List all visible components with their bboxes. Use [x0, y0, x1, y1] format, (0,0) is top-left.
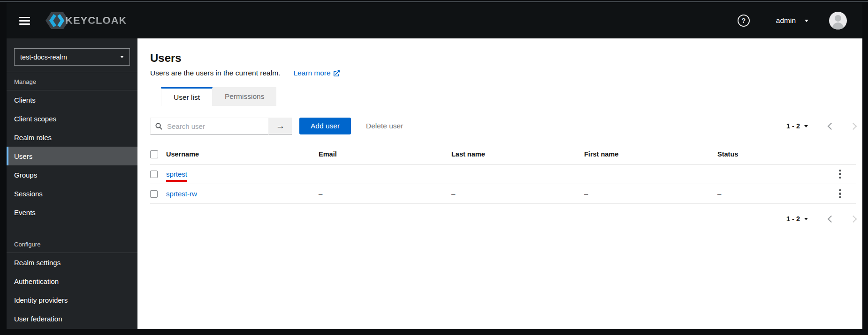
search-box: [150, 118, 269, 134]
column-header-status: Status: [717, 150, 835, 158]
realm-name: test-docs-realm: [20, 53, 67, 61]
previous-page-icon[interactable]: [828, 122, 835, 130]
hamburger-menu-icon[interactable]: [15, 11, 34, 30]
sidebar-item-groups[interactable]: Groups: [7, 165, 137, 184]
column-header-last-name: Last name: [451, 150, 584, 158]
delete-user-button[interactable]: Delete user: [366, 122, 403, 130]
top-bar: KEYCLOAK ? admin: [7, 3, 862, 38]
external-link-icon: [334, 70, 340, 76]
row-cell-username: sprtest: [166, 170, 319, 178]
sidebar-item-users[interactable]: Users: [7, 147, 137, 165]
learn-more-link[interactable]: Learn more: [293, 69, 339, 77]
keycloak-logo: KEYCLOAK: [45, 10, 127, 31]
user-menu[interactable]: admin: [776, 16, 808, 25]
row-cell-actions: [835, 187, 856, 201]
brand-text: KEYCLOAK: [65, 15, 127, 27]
row-cell-actions: [835, 168, 856, 181]
row-cell-last-name: –: [451, 190, 584, 198]
next-page-icon[interactable]: [850, 215, 857, 223]
table-header-row: UsernameEmailLast nameFirst nameStatus: [150, 144, 856, 164]
row-cell-first-name: –: [584, 170, 717, 178]
toolbar: → Add user Delete user 1 - 2: [150, 118, 856, 134]
pagination-options-toggle[interactable]: [804, 125, 808, 127]
arrow-right-icon: →: [276, 121, 285, 131]
search-input[interactable]: [166, 122, 265, 131]
row-cell-status: –: [717, 170, 835, 178]
column-header-email: Email: [319, 150, 451, 158]
page-title: Users: [150, 52, 856, 65]
row-cell-username: sprtest-rw: [166, 190, 319, 198]
previous-page-icon[interactable]: [828, 215, 835, 223]
pagination-range: 1 - 2: [786, 122, 800, 130]
sidebar-nav: ManageClientsClient scopesRealm rolesUse…: [7, 72, 137, 328]
column-header-username: Username: [166, 150, 319, 158]
header-cell-checkbox: [150, 150, 166, 158]
row-checkbox[interactable]: [150, 190, 158, 198]
chevron-down-icon: [805, 20, 808, 22]
kebab-menu-icon[interactable]: [835, 187, 845, 201]
annotation-underline: [166, 180, 187, 182]
help-icon[interactable]: ?: [738, 15, 750, 27]
sidebar-item-client-scopes[interactable]: Client scopes: [7, 109, 137, 128]
sidebar-item-identity-providers[interactable]: Identity providers: [7, 290, 137, 309]
kebab-menu-icon[interactable]: [835, 168, 845, 181]
username-link[interactable]: sprtest: [166, 170, 187, 178]
table-row: sprtest––––: [150, 164, 856, 184]
search-submit-button[interactable]: →: [269, 118, 292, 134]
chevron-down-icon: [120, 56, 124, 58]
screenshot-frame: KEYCLOAK ? admin test-docs-realm: [0, 0, 868, 335]
sidebar-item-realm-roles[interactable]: Realm roles: [7, 128, 137, 147]
user-name: admin: [776, 16, 796, 25]
tab-user-list[interactable]: User list: [161, 87, 213, 106]
tabs: User listPermissions: [161, 87, 856, 106]
sidebar-item-sessions[interactable]: Sessions: [7, 184, 137, 203]
avatar[interactable]: [829, 12, 847, 30]
sidebar-item-clients[interactable]: Clients: [7, 90, 137, 109]
column-header-first-name: First name: [584, 150, 717, 158]
row-cell-email: –: [319, 190, 451, 198]
row-cell-last-name: –: [451, 170, 584, 178]
add-user-button[interactable]: Add user: [299, 118, 351, 134]
row-cell-first-name: –: [584, 190, 717, 198]
users-table: UsernameEmailLast nameFirst nameStatussp…: [150, 144, 856, 204]
row-cell-email: –: [319, 170, 451, 178]
page-description: Users are the users in the current realm…: [150, 69, 280, 77]
table-row: sprtest-rw––––: [150, 184, 856, 204]
select-all-checkbox[interactable]: [150, 150, 158, 158]
window-top-edge: [0, 1, 868, 2]
row-cell-checkbox: [150, 171, 166, 178]
pagination-bottom: 1 - 2: [150, 215, 856, 223]
row-cell-status: –: [717, 190, 835, 198]
keycloak-admin-console: KEYCLOAK ? admin test-docs-realm: [7, 3, 862, 329]
row-cell-checkbox: [150, 190, 166, 198]
tab-permissions[interactable]: Permissions: [213, 87, 276, 106]
pagination-top: 1 - 2: [786, 122, 856, 130]
nav-section-label-configure: Configure: [7, 235, 137, 253]
pagination-options-toggle[interactable]: [804, 218, 808, 220]
username-link[interactable]: sprtest-rw: [166, 190, 197, 198]
sidebar: test-docs-realm ManageClientsClient scop…: [7, 38, 137, 329]
sidebar-item-realm-settings[interactable]: Realm settings: [7, 253, 137, 272]
sidebar-item-authentication[interactable]: Authentication: [7, 272, 137, 290]
realm-selector[interactable]: test-docs-realm: [14, 48, 130, 66]
next-page-icon[interactable]: [850, 122, 857, 130]
sidebar-item-events[interactable]: Events: [7, 203, 137, 222]
sidebar-item-user-federation[interactable]: User federation: [7, 309, 137, 328]
pagination-range: 1 - 2: [786, 215, 800, 223]
nav-section-label-manage: Manage: [7, 72, 137, 90]
main-content: Users Users are the users in the current…: [137, 38, 862, 329]
search-icon: [155, 123, 162, 130]
row-checkbox[interactable]: [150, 171, 158, 178]
